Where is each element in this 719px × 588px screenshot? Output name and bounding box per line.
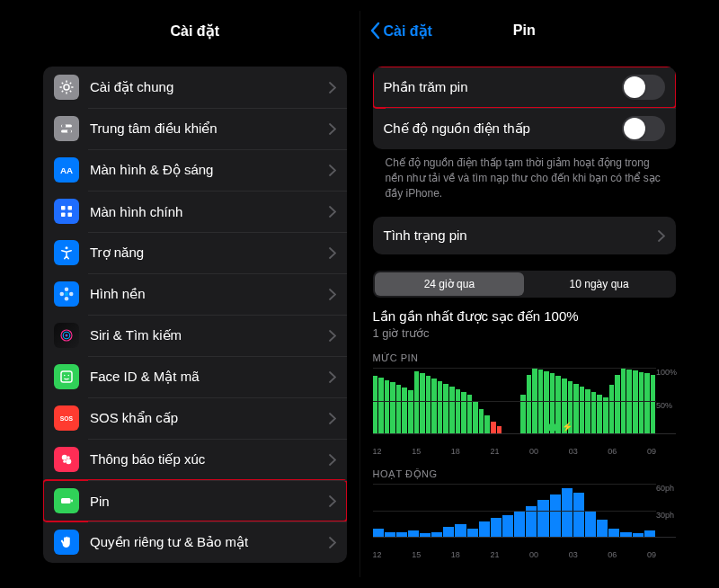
chart-bar — [573, 493, 584, 537]
battery-level-chart[interactable]: ▮▮ ⚡ — [373, 368, 677, 434]
svg-point-26 — [63, 460, 66, 463]
x-tick: 21 — [490, 550, 499, 559]
settings-row-grid[interactable]: Màn hình chính — [43, 191, 347, 232]
row-label: Cài đặt chung — [90, 79, 329, 95]
chart-bar — [609, 385, 615, 434]
settings-row-exposure[interactable]: Thông báo tiếp xúc — [43, 439, 347, 480]
chart-bar — [449, 387, 455, 434]
chart-bar — [585, 511, 596, 538]
chart-bar — [550, 494, 561, 537]
chevron-right-icon — [329, 454, 336, 466]
chart-bar — [639, 372, 644, 434]
back-button[interactable]: Cài đặt — [369, 22, 432, 40]
chart-bar — [420, 373, 425, 433]
settings-screen: Cài đặt Cài đặt chungTrung tâm điều khiể… — [31, 11, 360, 577]
settings-row-hand[interactable]: Quyền riêng tư & Bảo mật — [43, 521, 347, 563]
chart-bar — [378, 378, 384, 433]
x-tick: 09 — [647, 447, 656, 456]
chevron-right-icon — [329, 371, 336, 383]
toggle-switch[interactable] — [622, 116, 665, 141]
chart-bar — [502, 515, 513, 538]
svg-rect-27 — [61, 498, 71, 503]
settings-row-aa[interactable]: AAMàn hình & Độ sáng — [43, 149, 347, 191]
x-tick: 00 — [529, 447, 538, 456]
chart-bar — [491, 422, 496, 433]
chart-bar — [456, 389, 461, 434]
toggle-switch[interactable] — [622, 75, 665, 100]
chart-bar — [514, 511, 525, 538]
chart-bar — [431, 379, 437, 433]
row-label: Thông báo tiếp xúc — [90, 451, 329, 468]
settings-row-battery[interactable]: Pin — [43, 480, 347, 521]
x-tick: 12 — [373, 447, 382, 456]
x-tick: 00 — [529, 550, 538, 559]
chart-bar — [473, 402, 478, 433]
chart-bar — [580, 387, 585, 434]
gear-icon — [54, 75, 79, 100]
chart-bar — [615, 375, 620, 434]
x-tick: 15 — [412, 447, 421, 456]
siri-icon — [54, 323, 79, 348]
x-tick: 09 — [647, 550, 656, 559]
settings-row-flower[interactable]: Hình nền — [43, 273, 347, 315]
battery-toggles-group: Phần trăm pinChế độ nguồn điện thấp — [373, 67, 677, 149]
grid-icon — [54, 199, 79, 224]
chart-bar — [537, 500, 548, 537]
row-label: Màn hình chính — [90, 204, 329, 219]
battery-health-row[interactable]: Tình trạng pin — [373, 217, 677, 254]
battery-content[interactable]: Phần trăm pinChế độ nguồn điện thấp Chế … — [360, 50, 689, 577]
settings-title: Cài đặt — [171, 22, 219, 40]
chevron-right-icon — [329, 330, 336, 342]
chart-bar — [497, 426, 502, 434]
svg-rect-19 — [61, 371, 72, 382]
settings-row-gear[interactable]: Cài đặt chung — [43, 67, 347, 108]
settings-row-switches[interactable]: Trung tâm điều khiển — [43, 108, 347, 149]
exposure-icon — [54, 447, 79, 472]
svg-text:AA: AA — [60, 165, 73, 175]
last-charge-sub: 1 giờ trước — [373, 326, 677, 340]
svg-rect-8 — [61, 213, 66, 218]
chart-bar — [644, 373, 650, 433]
row-label: Quyền riêng tư & Bảo mật — [90, 534, 329, 550]
chart-bar — [597, 520, 608, 538]
svg-point-12 — [65, 288, 69, 292]
svg-rect-9 — [68, 213, 73, 218]
row-label: Pin — [90, 494, 329, 509]
row-label: SOS khẩn cấp — [90, 410, 329, 426]
chart-bar — [562, 488, 573, 537]
toggle-row[interactable]: Chế độ nguồn điện thấp — [373, 108, 677, 149]
settings-row-sos[interactable]: SOSSOS khẩn cấp — [43, 397, 347, 439]
battery-title: Pin — [513, 22, 536, 39]
settings-content[interactable]: Cài đặt chungTrung tâm điều khiểnAAMàn h… — [31, 50, 360, 577]
segment-0[interactable]: 24 giờ qua — [375, 272, 525, 296]
svg-point-24 — [66, 459, 71, 464]
chart-bar — [420, 533, 431, 537]
settings-row-siri[interactable]: Siri & Tìm kiếm — [43, 315, 347, 356]
svg-point-2 — [62, 124, 67, 129]
settings-row-faceid[interactable]: Face ID & Mật mã — [43, 356, 347, 397]
svg-point-21 — [68, 375, 70, 377]
row-label: Trợ năng — [90, 245, 329, 261]
chart-bar — [396, 385, 402, 433]
chart-bar — [644, 530, 655, 538]
chart-bar — [414, 371, 420, 433]
segment-1[interactable]: 10 ngày qua — [524, 272, 674, 296]
chart-bar — [443, 527, 454, 538]
chart-bar — [633, 533, 644, 537]
chart-bar — [385, 380, 390, 434]
chart-bar — [373, 529, 384, 538]
chart-bar — [396, 532, 407, 538]
last-charge-line: Lần gần nhất được sạc đến 100% — [373, 308, 677, 325]
chart-bar — [479, 409, 484, 434]
svg-point-25 — [67, 456, 70, 459]
settings-row-accessibility[interactable]: Trợ năng — [43, 232, 347, 273]
activity-chart[interactable] — [373, 484, 677, 538]
chart2-ylabels: 60ph30ph — [656, 484, 676, 538]
battery-health-group: Tình trạng pin — [373, 217, 677, 254]
chart-bar — [443, 384, 448, 433]
toggle-row[interactable]: Phần trăm pin — [373, 67, 677, 108]
row-label: Màn hình & Độ sáng — [90, 162, 329, 178]
chart-bar — [426, 376, 431, 433]
time-range-segmented[interactable]: 24 giờ qua10 ngày qua — [373, 271, 677, 298]
chart-bar — [651, 375, 656, 434]
